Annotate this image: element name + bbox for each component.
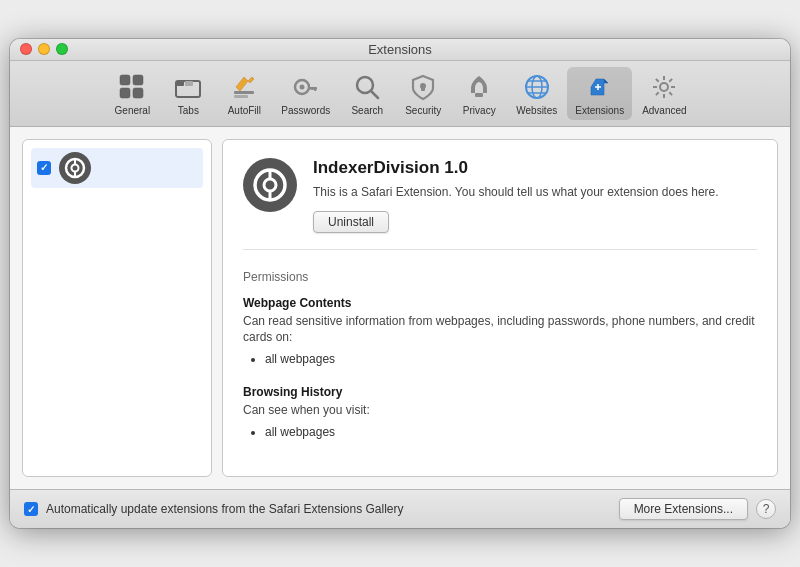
general-label: General [115,105,151,116]
extension-large-icon [243,158,297,212]
svg-point-42 [264,179,276,191]
search-toolbar-icon [351,71,383,103]
websites-label: Websites [516,105,557,116]
advanced-label: Advanced [642,105,686,116]
main-content: IndexerDivision 1.0 This is a Safari Ext… [10,127,790,490]
toolbar-item-security[interactable]: Security [396,67,450,120]
permissions-title: Permissions [243,270,757,284]
svg-rect-3 [133,88,143,98]
svg-rect-17 [421,86,425,91]
list-item[interactable] [31,148,203,188]
footer: Automatically update extensions from the… [10,489,790,528]
permission-name-history: Browsing History [243,385,757,399]
close-button[interactable] [20,43,32,55]
svg-point-28 [660,83,668,91]
svg-line-36 [656,92,659,95]
toolbar-item-advanced[interactable]: Advanced [634,67,694,120]
auto-update-checkbox[interactable] [24,502,38,516]
permission-group-history: Browsing History Can see when you visit:… [243,385,757,442]
more-extensions-button[interactable]: More Extensions... [619,498,748,520]
titlebar: Extensions [10,39,790,61]
svg-rect-2 [120,88,130,98]
search-label: Search [351,105,383,116]
tabs-icon [172,71,204,103]
svg-point-13 [299,84,304,89]
extension-list-icon [59,152,91,184]
toolbar-item-privacy[interactable]: Privacy [452,67,506,120]
svg-rect-12 [311,87,314,90]
traffic-lights [20,43,68,55]
extension-checkbox[interactable] [37,161,51,175]
toolbar: General Tabs AutoFill [10,61,790,127]
extension-description: This is a Safari Extension. You should t… [313,184,757,201]
advanced-icon [648,71,680,103]
permission-list-history: all webpages [243,423,757,442]
security-icon [407,71,439,103]
window-title: Extensions [368,42,432,57]
permission-group-webpage: Webpage Contents Can read sensitive info… [243,296,757,370]
extensions-icon [584,71,616,103]
websites-icon [521,71,553,103]
passwords-label: Passwords [281,105,330,116]
permission-list-webpage: all webpages [243,350,757,369]
preferences-window: Extensions General T [10,39,790,529]
svg-rect-6 [185,81,193,86]
svg-rect-7 [234,91,254,94]
toolbar-item-passwords[interactable]: Passwords [273,67,338,120]
svg-rect-0 [120,75,130,85]
autofill-icon [228,71,260,103]
svg-rect-11 [314,87,317,91]
permission-desc-history: Can see when you visit: [243,402,757,419]
permissions-section: Permissions Webpage Contents Can read se… [243,266,757,443]
security-label: Security [405,105,441,116]
permission-item: all webpages [265,423,757,442]
svg-line-34 [670,92,673,95]
extension-header: IndexerDivision 1.0 This is a Safari Ext… [243,158,757,250]
autofill-label: AutoFill [228,105,261,116]
toolbar-item-websites[interactable]: Websites [508,67,565,120]
extension-name: IndexerDivision 1.0 [313,158,757,178]
toolbar-item-autofill[interactable]: AutoFill [217,67,271,120]
extension-list [22,139,212,478]
footer-right: More Extensions... ? [619,498,776,520]
toolbar-item-search[interactable]: Search [340,67,394,120]
extension-detail: IndexerDivision 1.0 This is a Safari Ext… [222,139,778,478]
svg-line-35 [670,79,673,82]
toolbar-item-general[interactable]: General [105,67,159,120]
privacy-icon [463,71,495,103]
extensions-label: Extensions [575,105,624,116]
minimize-button[interactable] [38,43,50,55]
maximize-button[interactable] [56,43,68,55]
permission-name-webpage: Webpage Contents [243,296,757,310]
auto-update-label: Automatically update extensions from the… [46,502,404,516]
svg-rect-8 [234,95,248,98]
svg-line-15 [371,91,378,98]
svg-rect-5 [176,81,184,86]
svg-point-38 [72,164,79,171]
svg-rect-1 [133,75,143,85]
general-icon [116,71,148,103]
footer-left: Automatically update extensions from the… [24,502,404,516]
uninstall-button[interactable]: Uninstall [313,211,389,233]
help-button[interactable]: ? [756,499,776,519]
toolbar-item-extensions[interactable]: Extensions [567,67,632,120]
permission-desc-webpage: Can read sensitive information from webp… [243,313,757,347]
extension-info: IndexerDivision 1.0 This is a Safari Ext… [313,158,757,233]
privacy-label: Privacy [463,105,496,116]
svg-line-33 [656,79,659,82]
tabs-label: Tabs [178,105,199,116]
svg-rect-18 [475,93,483,97]
passwords-icon [290,71,322,103]
toolbar-item-tabs[interactable]: Tabs [161,67,215,120]
permission-item: all webpages [265,350,757,369]
